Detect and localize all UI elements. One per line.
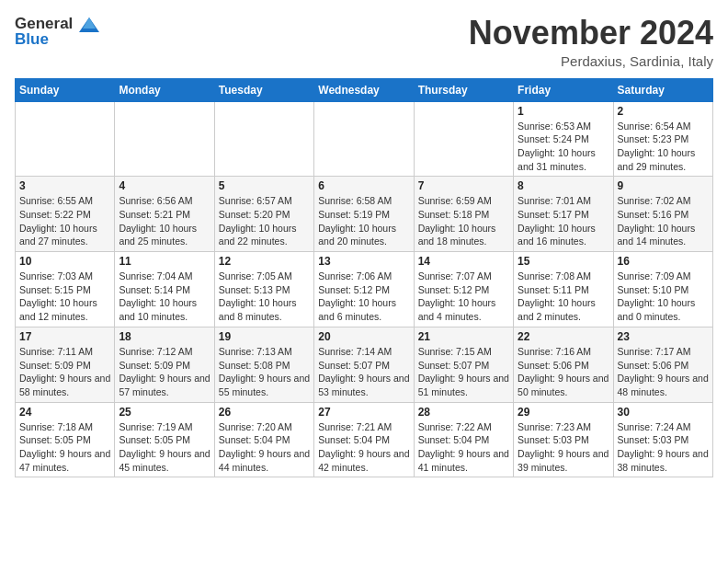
calendar-dow-wednesday: Wednesday bbox=[314, 78, 414, 101]
day-detail: Sunrise: 7:16 AMSunset: 5:06 PMDaylight:… bbox=[518, 345, 609, 399]
day-detail: Sunrise: 6:54 AMSunset: 5:23 PMDaylight:… bbox=[618, 120, 709, 174]
calendar-cell bbox=[414, 101, 513, 177]
calendar-week-row: 1Sunrise: 6:53 AMSunset: 5:24 PMDaylight… bbox=[16, 101, 713, 177]
day-detail: Sunrise: 7:17 AMSunset: 5:06 PMDaylight:… bbox=[618, 345, 709, 399]
day-number: 20 bbox=[318, 330, 409, 343]
calendar-cell: 28Sunrise: 7:22 AMSunset: 5:04 PMDayligh… bbox=[414, 402, 513, 477]
calendar-cell: 25Sunrise: 7:19 AMSunset: 5:05 PMDayligh… bbox=[115, 402, 214, 477]
day-detail: Sunrise: 7:11 AMSunset: 5:09 PMDaylight:… bbox=[19, 345, 110, 399]
calendar-header-row: SundayMondayTuesdayWednesdayThursdayFrid… bbox=[16, 78, 713, 101]
day-detail: Sunrise: 7:08 AMSunset: 5:11 PMDaylight:… bbox=[518, 270, 609, 324]
day-number: 15 bbox=[518, 255, 609, 268]
day-number: 30 bbox=[618, 406, 709, 419]
day-detail: Sunrise: 7:04 AMSunset: 5:14 PMDaylight:… bbox=[119, 270, 210, 324]
day-number: 11 bbox=[119, 255, 210, 268]
day-number: 9 bbox=[618, 179, 709, 192]
calendar-cell: 27Sunrise: 7:21 AMSunset: 5:04 PMDayligh… bbox=[314, 402, 414, 477]
calendar-table: SundayMondayTuesdayWednesdayThursdayFrid… bbox=[15, 78, 713, 478]
page-container: General Blue November 2024 Perdaxius, Sa… bbox=[0, 0, 728, 487]
calendar-dow-monday: Monday bbox=[115, 78, 214, 101]
calendar-cell: 13Sunrise: 7:06 AMSunset: 5:12 PMDayligh… bbox=[314, 252, 414, 327]
calendar-dow-friday: Friday bbox=[514, 78, 613, 101]
calendar-cell: 23Sunrise: 7:17 AMSunset: 5:06 PMDayligh… bbox=[613, 327, 712, 402]
day-detail: Sunrise: 7:23 AMSunset: 5:03 PMDaylight:… bbox=[518, 420, 609, 475]
calendar-cell: 29Sunrise: 7:23 AMSunset: 5:03 PMDayligh… bbox=[514, 402, 613, 477]
day-number: 14 bbox=[418, 255, 509, 268]
day-number: 7 bbox=[418, 179, 509, 192]
day-number: 28 bbox=[418, 406, 509, 419]
day-detail: Sunrise: 6:55 AMSunset: 5:22 PMDaylight:… bbox=[19, 194, 110, 248]
day-detail: Sunrise: 7:12 AMSunset: 5:09 PMDaylight:… bbox=[119, 345, 210, 399]
calendar-cell: 16Sunrise: 7:09 AMSunset: 5:10 PMDayligh… bbox=[613, 252, 712, 327]
month-title: November 2024 bbox=[469, 15, 713, 52]
calendar-cell: 20Sunrise: 7:14 AMSunset: 5:07 PMDayligh… bbox=[314, 327, 414, 402]
day-number: 18 bbox=[119, 330, 210, 343]
day-detail: Sunrise: 7:03 AMSunset: 5:15 PMDaylight:… bbox=[19, 270, 110, 324]
calendar-week-row: 3Sunrise: 6:55 AMSunset: 5:22 PMDaylight… bbox=[16, 177, 713, 252]
calendar-cell: 2Sunrise: 6:54 AMSunset: 5:23 PMDaylight… bbox=[613, 101, 712, 177]
day-number: 19 bbox=[219, 330, 310, 343]
svg-marker-1 bbox=[83, 17, 96, 29]
day-number: 21 bbox=[418, 330, 509, 343]
calendar-cell: 1Sunrise: 6:53 AMSunset: 5:24 PMDaylight… bbox=[514, 101, 613, 177]
calendar-cell bbox=[314, 101, 414, 177]
day-detail: Sunrise: 7:22 AMSunset: 5:04 PMDaylight:… bbox=[418, 420, 509, 475]
calendar-cell: 19Sunrise: 7:13 AMSunset: 5:08 PMDayligh… bbox=[214, 327, 313, 402]
calendar-cell: 12Sunrise: 7:05 AMSunset: 5:13 PMDayligh… bbox=[214, 252, 313, 327]
calendar-cell: 22Sunrise: 7:16 AMSunset: 5:06 PMDayligh… bbox=[514, 327, 613, 402]
day-number: 25 bbox=[119, 406, 210, 419]
calendar-cell: 4Sunrise: 6:56 AMSunset: 5:21 PMDaylight… bbox=[115, 177, 214, 252]
day-number: 24 bbox=[19, 406, 110, 419]
day-detail: Sunrise: 7:05 AMSunset: 5:13 PMDaylight:… bbox=[219, 270, 310, 324]
calendar-dow-thursday: Thursday bbox=[414, 78, 513, 101]
day-detail: Sunrise: 6:56 AMSunset: 5:21 PMDaylight:… bbox=[119, 194, 210, 248]
calendar-cell: 5Sunrise: 6:57 AMSunset: 5:20 PMDaylight… bbox=[214, 177, 313, 252]
day-detail: Sunrise: 7:06 AMSunset: 5:12 PMDaylight:… bbox=[318, 270, 409, 324]
calendar-cell bbox=[115, 101, 214, 177]
day-number: 2 bbox=[618, 105, 709, 118]
day-detail: Sunrise: 7:02 AMSunset: 5:16 PMDaylight:… bbox=[618, 194, 709, 248]
calendar-cell: 6Sunrise: 6:58 AMSunset: 5:19 PMDaylight… bbox=[314, 177, 414, 252]
day-number: 4 bbox=[119, 179, 210, 192]
day-number: 3 bbox=[19, 179, 110, 192]
day-detail: Sunrise: 7:24 AMSunset: 5:03 PMDaylight:… bbox=[618, 420, 709, 475]
calendar-cell: 8Sunrise: 7:01 AMSunset: 5:17 PMDaylight… bbox=[514, 177, 613, 252]
calendar-cell: 3Sunrise: 6:55 AMSunset: 5:22 PMDaylight… bbox=[16, 177, 115, 252]
calendar-dow-saturday: Saturday bbox=[613, 78, 712, 101]
day-number: 23 bbox=[618, 330, 709, 343]
day-detail: Sunrise: 7:21 AMSunset: 5:04 PMDaylight:… bbox=[318, 420, 409, 475]
day-number: 5 bbox=[219, 179, 310, 192]
day-number: 22 bbox=[518, 330, 609, 343]
day-number: 12 bbox=[219, 255, 310, 268]
day-detail: Sunrise: 6:58 AMSunset: 5:19 PMDaylight:… bbox=[318, 194, 409, 248]
day-detail: Sunrise: 7:20 AMSunset: 5:04 PMDaylight:… bbox=[219, 420, 310, 475]
calendar-dow-tuesday: Tuesday bbox=[214, 78, 313, 101]
calendar-dow-sunday: Sunday bbox=[16, 78, 115, 101]
calendar-cell: 11Sunrise: 7:04 AMSunset: 5:14 PMDayligh… bbox=[115, 252, 214, 327]
day-number: 6 bbox=[318, 179, 409, 192]
calendar-cell: 21Sunrise: 7:15 AMSunset: 5:07 PMDayligh… bbox=[414, 327, 513, 402]
day-detail: Sunrise: 6:53 AMSunset: 5:24 PMDaylight:… bbox=[518, 120, 609, 174]
logo-icon bbox=[79, 16, 99, 34]
day-number: 29 bbox=[518, 406, 609, 419]
calendar-cell: 18Sunrise: 7:12 AMSunset: 5:09 PMDayligh… bbox=[115, 327, 214, 402]
day-detail: Sunrise: 7:18 AMSunset: 5:05 PMDaylight:… bbox=[19, 420, 110, 475]
day-detail: Sunrise: 7:07 AMSunset: 5:12 PMDaylight:… bbox=[418, 270, 509, 324]
calendar-cell bbox=[214, 101, 313, 177]
day-number: 27 bbox=[318, 406, 409, 419]
day-detail: Sunrise: 7:01 AMSunset: 5:17 PMDaylight:… bbox=[518, 194, 609, 248]
location: Perdaxius, Sardinia, Italy bbox=[469, 53, 713, 69]
calendar-cell: 10Sunrise: 7:03 AMSunset: 5:15 PMDayligh… bbox=[16, 252, 115, 327]
calendar-cell: 17Sunrise: 7:11 AMSunset: 5:09 PMDayligh… bbox=[16, 327, 115, 402]
calendar-cell: 24Sunrise: 7:18 AMSunset: 5:05 PMDayligh… bbox=[16, 402, 115, 477]
day-detail: Sunrise: 7:15 AMSunset: 5:07 PMDaylight:… bbox=[418, 345, 509, 399]
day-number: 16 bbox=[618, 255, 709, 268]
calendar-cell: 30Sunrise: 7:24 AMSunset: 5:03 PMDayligh… bbox=[613, 402, 712, 477]
day-number: 26 bbox=[219, 406, 310, 419]
day-detail: Sunrise: 7:14 AMSunset: 5:07 PMDaylight:… bbox=[318, 345, 409, 399]
calendar-cell: 26Sunrise: 7:20 AMSunset: 5:04 PMDayligh… bbox=[214, 402, 313, 477]
calendar-week-row: 17Sunrise: 7:11 AMSunset: 5:09 PMDayligh… bbox=[16, 327, 713, 402]
calendar-cell: 9Sunrise: 7:02 AMSunset: 5:16 PMDaylight… bbox=[613, 177, 712, 252]
day-detail: Sunrise: 6:57 AMSunset: 5:20 PMDaylight:… bbox=[219, 194, 310, 248]
title-block: November 2024 Perdaxius, Sardinia, Italy bbox=[469, 15, 713, 69]
